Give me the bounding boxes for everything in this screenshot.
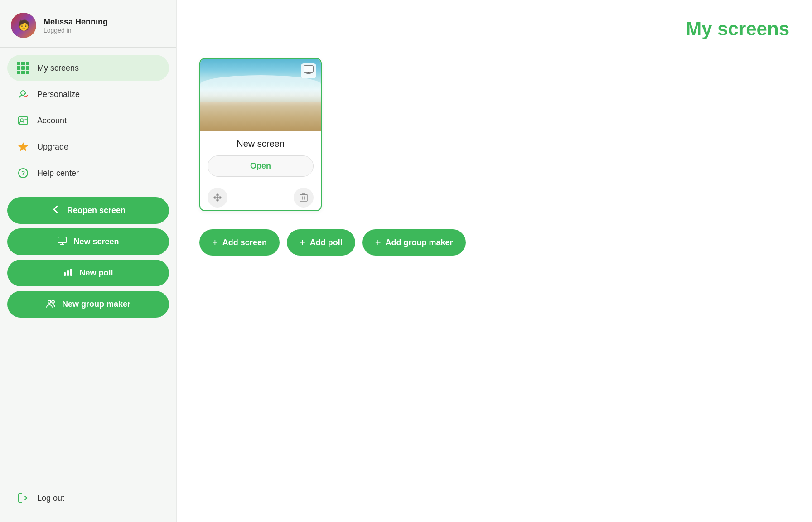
plus-icon: +	[300, 237, 305, 248]
svg-marker-5	[18, 142, 28, 151]
monitor-icon	[57, 236, 67, 248]
group-icon	[46, 298, 56, 310]
sidebar-item-personalize[interactable]: Personalize	[7, 81, 169, 107]
user-name: Melissa Henning	[44, 17, 108, 27]
sidebar-item-label: Help center	[37, 169, 79, 178]
logout-icon	[16, 491, 30, 505]
sidebar-item-label: Account	[37, 116, 67, 126]
card-title: New screen	[208, 139, 314, 149]
upgrade-icon	[16, 140, 30, 154]
user-status: Logged in	[44, 27, 108, 34]
sidebar-item-log-out[interactable]: Log out	[7, 485, 169, 511]
move-button[interactable]	[208, 188, 227, 208]
sidebar-item-my-screens[interactable]: My screens	[7, 55, 169, 81]
sidebar-item-upgrade[interactable]: Upgrade	[7, 134, 169, 160]
card-monitor-icon	[301, 63, 316, 78]
card-actions	[200, 183, 321, 210]
sidebar-item-label: My screens	[37, 63, 79, 73]
plus-icon: +	[212, 237, 218, 248]
page-title: My screens	[199, 18, 789, 40]
sidebar-item-account[interactable]: Account	[7, 107, 169, 134]
add-buttons: + Add screen + Add poll + Add group make…	[199, 229, 789, 256]
add-poll-button[interactable]: + Add poll	[287, 229, 355, 256]
plus-icon: +	[375, 237, 381, 248]
add-screen-label: Add screen	[222, 238, 267, 247]
avatar: 🧑	[11, 13, 36, 38]
svg-rect-8	[58, 237, 66, 243]
divider	[0, 47, 176, 48]
add-group-maker-label: Add group maker	[386, 238, 453, 247]
user-section: 🧑 Melissa Henning Logged in	[0, 0, 176, 47]
screens-grid: New screen Open	[199, 58, 789, 211]
svg-rect-13	[70, 269, 72, 276]
svg-point-14	[48, 300, 51, 303]
sidebar-item-label: Personalize	[37, 90, 80, 99]
nav-section: My screens Personalize	[0, 51, 176, 190]
new-group-maker-button[interactable]: New group maker	[7, 291, 169, 318]
grid-icon	[16, 61, 30, 75]
svg-rect-11	[64, 272, 66, 276]
svg-rect-20	[300, 195, 307, 201]
reopen-screen-button[interactable]: Reopen screen	[7, 197, 169, 224]
new-screen-button[interactable]: New screen	[7, 228, 169, 255]
main-content: My screens New screen Open	[177, 0, 812, 522]
new-screen-label: New screen	[73, 237, 119, 246]
svg-point-2	[20, 119, 23, 121]
svg-text:?: ?	[21, 169, 25, 177]
new-poll-label: New poll	[79, 268, 113, 278]
new-poll-button[interactable]: New poll	[7, 260, 169, 286]
delete-button[interactable]	[294, 188, 314, 208]
add-group-maker-button[interactable]: + Add group maker	[362, 229, 466, 256]
sidebar-item-help-center[interactable]: ? Help center	[7, 160, 169, 186]
reopen-screen-label: Reopen screen	[67, 206, 126, 215]
svg-rect-17	[304, 66, 313, 72]
new-group-maker-label: New group maker	[62, 300, 130, 309]
svg-point-15	[52, 300, 54, 303]
add-screen-button[interactable]: + Add screen	[199, 229, 280, 256]
card-thumbnail	[200, 59, 321, 131]
card-body: New screen Open	[200, 131, 321, 183]
bottom-nav: Log out	[0, 481, 176, 522]
sidebar-item-label: Upgrade	[37, 142, 68, 152]
avatar-image: 🧑	[11, 13, 36, 38]
user-info: Melissa Henning Logged in	[44, 17, 108, 34]
svg-point-0	[21, 91, 25, 95]
beach-waves	[200, 75, 321, 102]
sidebar: 🧑 Melissa Henning Logged in My screens	[0, 0, 177, 522]
personalize-icon	[16, 87, 30, 101]
help-icon: ?	[16, 166, 30, 180]
svg-rect-12	[67, 270, 69, 276]
screen-card: New screen Open	[199, 58, 322, 211]
action-section: Reopen screen New screen N	[0, 190, 176, 321]
open-button[interactable]: Open	[208, 155, 314, 177]
account-icon	[16, 114, 30, 127]
sidebar-item-label: Log out	[37, 493, 64, 503]
arrow-left-icon	[51, 204, 61, 217]
bar-chart-icon	[63, 267, 73, 279]
add-poll-label: Add poll	[310, 238, 343, 247]
